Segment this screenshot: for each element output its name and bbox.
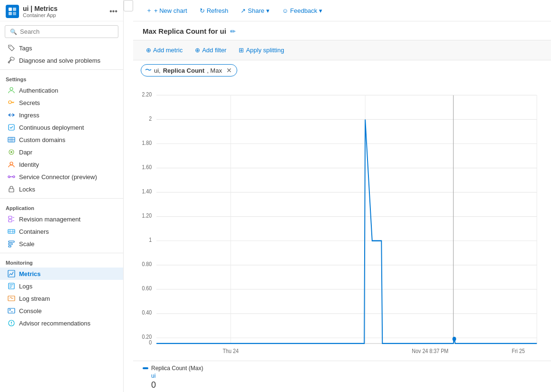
sidebar-item-log-stream[interactable]: Log stream bbox=[0, 292, 123, 305]
logstream-icon bbox=[8, 295, 15, 302]
legend-sublabel: ui bbox=[143, 373, 541, 379]
svg-point-6 bbox=[9, 101, 11, 104]
sidebar-item-service-connector[interactable]: Service Connector (preview) bbox=[0, 171, 123, 183]
svg-rect-24 bbox=[8, 308, 15, 313]
sidebar-item-authentication[interactable]: Authentication bbox=[0, 84, 123, 96]
apply-splitting-button[interactable]: ⊞ Apply splitting bbox=[233, 44, 289, 56]
refresh-icon: ↻ bbox=[200, 7, 205, 14]
chart-container: 2.20 2 1.80 1.60 1.40 1.20 1 0.80 0.60 0… bbox=[133, 80, 551, 361]
sidebar-item-authentication-label: Authentication bbox=[19, 87, 58, 94]
new-chart-button[interactable]: ＋ + New chart bbox=[141, 4, 193, 17]
svg-point-58 bbox=[453, 337, 456, 342]
sidebar-item-advisor[interactable]: Advisor recommendations bbox=[0, 317, 123, 329]
svg-text:1.20: 1.20 bbox=[142, 212, 152, 219]
share-button[interactable]: ↗ Share ▾ bbox=[235, 5, 275, 17]
svg-rect-0 bbox=[9, 8, 12, 11]
dapr-icon bbox=[8, 148, 15, 156]
metric-tag-bold: Replica Count bbox=[163, 67, 204, 74]
feedback-button[interactable]: ☺ Feedback ▾ bbox=[277, 5, 328, 17]
sidebar-item-logs[interactable]: Logs bbox=[0, 280, 123, 292]
console-icon bbox=[8, 307, 15, 315]
sidebar-item-tags-label: Tags bbox=[19, 45, 32, 52]
svg-rect-3 bbox=[13, 12, 16, 15]
person-icon bbox=[8, 86, 15, 94]
sidebar-item-scale[interactable]: Scale bbox=[0, 238, 123, 250]
sidebar-item-locks[interactable]: Locks bbox=[0, 183, 123, 195]
chart-toolbar: ⊕ Add metric ⊕ Add filter ⊞ Apply splitt… bbox=[133, 40, 551, 60]
sidebar-collapse-button[interactable] bbox=[124, 0, 133, 11]
metric-tag-wave-icon: 〜 bbox=[145, 66, 152, 75]
sidebar-item-metrics-label: Metrics bbox=[19, 270, 41, 277]
container-icon bbox=[8, 228, 15, 235]
sidebar-item-continuous-deployment-label: Continuous deployment bbox=[19, 124, 84, 131]
divider-monitoring bbox=[0, 253, 123, 253]
svg-rect-16 bbox=[9, 220, 12, 222]
wrench-icon bbox=[8, 57, 15, 64]
key-icon bbox=[8, 99, 15, 106]
sidebar-item-logs-label: Logs bbox=[19, 283, 32, 290]
monitoring-section-title: Monitoring bbox=[0, 256, 123, 268]
app-title: ui | Metrics bbox=[23, 5, 58, 12]
sidebar-item-diagnose[interactable]: Diagnose and solve problems bbox=[0, 54, 123, 67]
svg-rect-20 bbox=[9, 246, 11, 247]
sidebar-item-secrets-label: Secrets bbox=[19, 99, 40, 106]
metric-tag-suffix: , Max bbox=[207, 67, 222, 74]
add-metric-button[interactable]: ⊕ Add metric bbox=[141, 44, 188, 56]
svg-point-13 bbox=[13, 176, 15, 178]
svg-rect-14 bbox=[9, 189, 14, 192]
app-more-button[interactable]: ••• bbox=[109, 7, 117, 16]
svg-point-12 bbox=[8, 176, 10, 178]
metric-tag-close-button[interactable]: ✕ bbox=[226, 67, 232, 74]
app-subtitle: Container App bbox=[23, 12, 58, 18]
metrics-icon bbox=[8, 270, 15, 277]
svg-text:0: 0 bbox=[149, 339, 152, 346]
divider-application bbox=[0, 198, 123, 199]
sidebar-item-dapr[interactable]: Dapr bbox=[0, 146, 123, 158]
svg-rect-19 bbox=[9, 243, 12, 245]
svg-rect-7 bbox=[9, 124, 14, 130]
sidebar-item-ingress[interactable]: Ingress bbox=[0, 109, 123, 121]
svg-text:1.80: 1.80 bbox=[142, 139, 152, 146]
refresh-button[interactable]: ↻ Refresh bbox=[194, 5, 234, 17]
sidebar-item-identity[interactable]: Identity bbox=[0, 158, 123, 171]
revision-icon bbox=[8, 215, 15, 223]
sidebar-item-containers-label: Containers bbox=[19, 228, 49, 235]
search-box[interactable]: 🔍 bbox=[5, 25, 118, 38]
sidebar-item-tags[interactable]: Tags bbox=[0, 42, 123, 54]
sidebar-item-secrets[interactable]: Secrets bbox=[0, 96, 123, 109]
application-section-title: Application bbox=[0, 201, 123, 213]
sidebar-item-log-stream-label: Log stream bbox=[19, 295, 50, 302]
sidebar: ui | Metrics Container App ••• 🔍 Tags Di… bbox=[0, 0, 124, 392]
edit-icon[interactable]: ✏ bbox=[230, 28, 236, 35]
svg-rect-15 bbox=[9, 216, 12, 219]
legend-item: Replica Count (Max) bbox=[143, 365, 541, 372]
sidebar-item-dapr-label: Dapr bbox=[19, 149, 32, 156]
connector-icon bbox=[8, 173, 15, 181]
chart-area: Max Replica Count for ui ✏ ⊕ Add metric … bbox=[133, 21, 551, 392]
search-input[interactable] bbox=[20, 28, 113, 35]
metric-tag: 〜 ui, Replica Count , Max ✕ bbox=[141, 64, 237, 76]
legend-series-sublabel: ui bbox=[151, 373, 155, 379]
add-filter-button[interactable]: ⊕ Add filter bbox=[190, 44, 232, 56]
legend-current-value: 0 bbox=[151, 380, 541, 390]
sidebar-item-continuous-deployment[interactable]: Continuous deployment bbox=[0, 121, 123, 134]
main-content: ＋ + New chart ↻ Refresh ↗ Share ▾ ☺ Feed… bbox=[133, 0, 551, 392]
svg-point-10 bbox=[10, 151, 12, 153]
share-label: Share bbox=[248, 7, 264, 14]
sidebar-item-containers[interactable]: Containers bbox=[0, 225, 123, 238]
sidebar-item-custom-domains[interactable]: Custom domains bbox=[0, 134, 123, 146]
domain-icon bbox=[8, 136, 15, 143]
sidebar-item-revision-management[interactable]: Revision management bbox=[0, 213, 123, 225]
svg-rect-18 bbox=[9, 241, 14, 242]
sidebar-item-console[interactable]: Console bbox=[0, 305, 123, 317]
refresh-label: Refresh bbox=[207, 7, 229, 14]
metrics-chart: 2.20 2 1.80 1.60 1.40 1.20 1 0.80 0.60 0… bbox=[138, 85, 541, 356]
svg-text:0.40: 0.40 bbox=[142, 309, 152, 316]
plus-icon: ＋ bbox=[146, 6, 152, 15]
sidebar-item-console-label: Console bbox=[19, 307, 42, 315]
sidebar-item-identity-label: Identity bbox=[19, 161, 39, 168]
sidebar-item-metrics[interactable]: Metrics bbox=[0, 268, 123, 280]
svg-text:2.20: 2.20 bbox=[142, 91, 152, 98]
add-filter-label: Add filter bbox=[202, 47, 226, 54]
svg-text:Nov 24 8:37 PM: Nov 24 8:37 PM bbox=[412, 347, 448, 354]
